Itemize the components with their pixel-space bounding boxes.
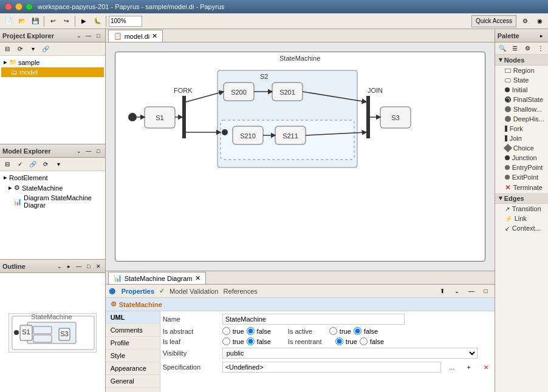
props-maximize[interactable]: □ bbox=[480, 285, 492, 297]
tab-references[interactable]: References bbox=[224, 288, 258, 295]
ol-icon1[interactable]: ⌄ bbox=[55, 262, 64, 271]
me-btn2[interactable]: ✓ bbox=[14, 158, 26, 171]
tree-refresh-btn[interactable]: ⟳ bbox=[14, 43, 26, 55]
palette-settings-btn[interactable]: ⚙ bbox=[522, 42, 534, 55]
redo-button[interactable]: ↪ bbox=[60, 15, 72, 27]
specification-input[interactable] bbox=[222, 362, 441, 373]
props-profile-item[interactable]: Profile bbox=[106, 337, 160, 350]
tree-link-btn[interactable]: 🔗 bbox=[39, 43, 52, 55]
palette-shallow-item[interactable]: Shallow... bbox=[495, 104, 548, 114]
statemachine-container: StateMachine S2 S200 S201 bbox=[115, 52, 485, 262]
me-btn5[interactable]: ▾ bbox=[52, 158, 64, 171]
ol-icon4[interactable]: □ bbox=[84, 262, 93, 271]
palette-join-item[interactable]: Join bbox=[495, 133, 548, 143]
run-button[interactable]: ▶ bbox=[78, 15, 90, 27]
model-explorer: Model Explorer ⌄ — □ ⊟ ✓ 🔗 ⟳ ▾ ▸ RootEle… bbox=[0, 144, 105, 260]
leaf-true-radio[interactable] bbox=[222, 337, 230, 345]
palette-context-item[interactable]: ↙ Context... bbox=[495, 223, 548, 233]
props-btn1[interactable]: ⬆ bbox=[436, 285, 448, 297]
toolbar-btn-b[interactable]: ◉ bbox=[533, 15, 546, 27]
collapse-icon[interactable]: ⌄ bbox=[75, 32, 83, 40]
spec-add-btn[interactable]: + bbox=[463, 361, 475, 373]
reentrant-true-radio[interactable] bbox=[335, 337, 343, 345]
edges-section-header[interactable]: ▾ Edges bbox=[495, 193, 548, 204]
ol-icon2[interactable]: ▸ bbox=[65, 262, 74, 271]
model-tab-close[interactable]: ✕ bbox=[152, 32, 157, 40]
palette-terminate-item[interactable]: ✕ Terminate bbox=[495, 182, 548, 193]
quick-access-button[interactable]: Quick Access bbox=[471, 15, 516, 27]
ol-icon5[interactable]: ✕ bbox=[94, 262, 103, 271]
palette-exitpoint-item[interactable]: ExitPoint bbox=[495, 172, 548, 182]
toolbar-btn-a[interactable]: ⚙ bbox=[519, 15, 531, 27]
tree-root-item[interactable]: ▸ RootElement bbox=[1, 172, 104, 183]
terminate-label: Terminate bbox=[513, 184, 543, 191]
palette-initial-item[interactable]: Initial bbox=[495, 85, 548, 95]
debug-button[interactable]: 🐛 bbox=[91, 15, 103, 27]
palette-entrypoint-item[interactable]: EntryPoint bbox=[495, 163, 548, 172]
me-btn4[interactable]: ⟳ bbox=[39, 158, 52, 171]
edges-expand-icon: ▾ bbox=[499, 194, 502, 202]
maximize-button[interactable] bbox=[26, 3, 33, 10]
me-maximize-icon[interactable]: □ bbox=[94, 147, 103, 155]
close-button[interactable] bbox=[5, 3, 12, 10]
tree-statemachine-item[interactable]: ▸ ⚙ StateMachine bbox=[1, 183, 104, 193]
palette-choice-item[interactable]: Choice bbox=[495, 143, 548, 153]
me-btn1[interactable]: ⊟ bbox=[1, 158, 13, 171]
palette-fork-item[interactable]: Fork bbox=[495, 124, 548, 133]
props-appearance-item[interactable]: Appearance bbox=[106, 362, 160, 375]
open-button[interactable]: 📂 bbox=[16, 15, 28, 27]
palette-icon1[interactable]: ▸ bbox=[537, 32, 546, 40]
maximize-panel-icon[interactable]: □ bbox=[94, 32, 103, 40]
save-button[interactable]: 💾 bbox=[29, 15, 41, 27]
spec-delete-btn[interactable]: ✕ bbox=[480, 361, 492, 373]
props-minimize[interactable]: — bbox=[465, 285, 478, 297]
active-true-radio[interactable] bbox=[329, 327, 337, 335]
tab-properties[interactable]: Properties bbox=[122, 288, 154, 295]
minimize-button[interactable] bbox=[15, 3, 22, 10]
sm-icon: ⚙ bbox=[14, 184, 20, 192]
palette-link-item[interactable]: ⚡ Link bbox=[495, 214, 548, 223]
palette-more-btn[interactable]: ⋮ bbox=[535, 42, 547, 55]
new-button[interactable]: 📄 bbox=[2, 15, 15, 27]
tree-diagram-item[interactable]: 📊 Diagram StateMachine Diagrar bbox=[1, 193, 104, 210]
palette-layout-btn[interactable]: ☰ bbox=[509, 42, 521, 55]
editor-tab-model[interactable]: 📋 model.di ✕ bbox=[108, 30, 163, 42]
visibility-select[interactable]: public bbox=[222, 348, 478, 359]
props-general-item[interactable]: General bbox=[106, 375, 160, 388]
palette-junction-item[interactable]: Junction bbox=[495, 153, 548, 163]
me-collapse-icon[interactable]: ⌄ bbox=[75, 147, 83, 155]
name-input[interactable] bbox=[222, 314, 405, 325]
me-minimize-icon[interactable]: — bbox=[84, 147, 93, 155]
minimize-panel-icon[interactable]: — bbox=[84, 32, 93, 40]
leaf-false-radio[interactable] bbox=[247, 337, 255, 345]
ol-icon3[interactable]: — bbox=[75, 262, 83, 271]
spec-browse-btn[interactable]: … bbox=[446, 361, 458, 373]
palette-search-btn[interactable]: 🔍 bbox=[496, 42, 509, 55]
palette-deephis-item[interactable]: DeepHis... bbox=[495, 114, 548, 124]
abstract-false-radio[interactable] bbox=[247, 327, 255, 335]
props-comments-item[interactable]: Comments bbox=[106, 324, 160, 337]
tree-sample-item[interactable]: ▸ 📁 sample bbox=[1, 57, 104, 67]
props-btn2[interactable]: ⌄ bbox=[451, 285, 463, 297]
active-false-radio[interactable] bbox=[354, 327, 361, 335]
abstract-true-radio[interactable] bbox=[222, 327, 230, 335]
editor-canvas[interactable]: StateMachine S2 S200 S201 bbox=[106, 42, 495, 271]
palette-finalstate-item[interactable]: FinalState bbox=[495, 95, 548, 104]
props-style-item[interactable]: Style bbox=[106, 350, 160, 362]
palette-region-item[interactable]: Region bbox=[495, 66, 548, 75]
zoom-input[interactable] bbox=[109, 16, 142, 27]
palette-state-item[interactable]: State bbox=[495, 75, 548, 85]
tree-filter-btn[interactable]: ▾ bbox=[27, 43, 39, 55]
reentrant-false-radio[interactable] bbox=[360, 337, 368, 345]
tab-validation[interactable]: Model Validation bbox=[170, 288, 219, 295]
me-btn3[interactable]: 🔗 bbox=[27, 158, 39, 171]
tree-model-item[interactable]: 🗂 model bbox=[1, 67, 104, 77]
undo-button[interactable]: ↩ bbox=[47, 15, 59, 27]
project-tree-toolbar: ⊟ ⟳ ▾ 🔗 bbox=[0, 42, 105, 56]
props-uml-item[interactable]: UML bbox=[106, 311, 160, 324]
palette-transition-item[interactable]: ↗ Transition bbox=[495, 204, 548, 214]
tree-collapse-btn[interactable]: ⊟ bbox=[1, 43, 13, 55]
nodes-section-header[interactable]: ▾ Nodes bbox=[495, 55, 548, 66]
statemachine-diagram-tab[interactable]: 📊 StateMachine Diagram ✕ bbox=[108, 272, 206, 284]
sm-tab-close[interactable]: ✕ bbox=[195, 274, 200, 282]
